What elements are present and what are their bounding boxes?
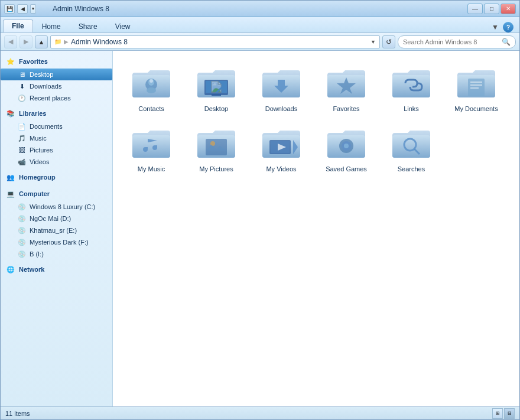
folder-label-my-videos: My Videos: [266, 165, 296, 172]
drive-e-label: Khatmau_sr (E:): [30, 227, 77, 234]
folder-item-downloads[interactable]: Downloads: [249, 57, 314, 117]
large-icons-view-button[interactable]: ⊟: [504, 408, 515, 419]
sidebar-header-network[interactable]: 🌐 Network: [1, 262, 112, 276]
folder-icon-searches: [388, 122, 435, 163]
address-path: Admin Windows 8: [71, 38, 128, 46]
sidebar-item-drive-i[interactable]: 💿 B (I:): [1, 248, 112, 260]
svg-point-21: [344, 144, 349, 148]
folder-item-favorites[interactable]: Favorites: [314, 57, 379, 117]
ribbon-tabs: File Home Share View ▼ ?: [1, 17, 519, 32]
folder-item-my-pictures[interactable]: My Pictures: [184, 117, 249, 177]
documents-icon: 📄: [17, 122, 27, 131]
folder-item-desktop[interactable]: Desktop: [184, 57, 249, 117]
desktop-icon: 🖥: [17, 70, 27, 79]
address-bar[interactable]: 📁 ▶ Admin Windows 8 ▼: [50, 35, 380, 48]
pictures-label: Pictures: [30, 146, 53, 154]
sidebar-header-computer[interactable]: 💻 Computer: [1, 187, 112, 201]
sidebar-item-music[interactable]: 🎵 Music: [1, 132, 112, 144]
folder-label-searches: Searches: [398, 165, 425, 172]
up-button[interactable]: ▲: [35, 35, 48, 48]
folder-item-my-documents[interactable]: My Documents: [444, 57, 509, 117]
details-view-button[interactable]: ⊞: [492, 408, 503, 419]
close-button[interactable]: ✕: [500, 4, 516, 14]
folder-label-downloads: Downloads: [265, 105, 297, 112]
sidebar-item-drive-f[interactable]: 💿 Mysterious Dark (F:): [1, 236, 112, 248]
folder-label-my-music: My Music: [138, 165, 165, 172]
sidebar-item-drive-d[interactable]: 💿 NgOc Mai (D:): [1, 213, 112, 224]
sidebar-section-favorites: ⭐ Favorites 🖥 Desktop ⬇ Downloads 🕐 Rece…: [1, 54, 112, 104]
svg-rect-7: [206, 81, 227, 93]
svg-rect-6: [212, 94, 221, 96]
back-button[interactable]: ◀: [4, 35, 17, 48]
sidebar-section-libraries: 📚 Libraries 📄 Documents 🎵 Music 🖼 Pictur…: [1, 106, 112, 168]
forward-button[interactable]: ▶: [20, 35, 32, 48]
sidebar-header-libraries[interactable]: 📚 Libraries: [1, 106, 112, 121]
maximize-button[interactable]: □: [484, 4, 499, 14]
drive-c-icon: 💿: [17, 202, 27, 211]
minimize-button[interactable]: —: [467, 4, 483, 14]
drive-d-label: NgOc Mai (D:): [30, 215, 71, 222]
folder-label-my-pictures: My Pictures: [199, 165, 233, 172]
quick-dropdown-btn[interactable]: ▼: [30, 4, 36, 14]
address-folder-icon: 📁: [54, 38, 61, 45]
refresh-button[interactable]: ↺: [382, 35, 395, 48]
folder-item-my-videos[interactable]: My Videos: [249, 117, 314, 177]
folder-icon-my-documents: [453, 61, 500, 103]
folder-label-contacts: Contacts: [138, 105, 164, 112]
address-dropdown-icon[interactable]: ▼: [370, 39, 376, 45]
tab-file[interactable]: File: [3, 19, 33, 32]
folder-item-links[interactable]: Links: [379, 57, 444, 117]
window-title: Admin Windows 8: [53, 5, 109, 13]
quick-back-btn[interactable]: ◀: [17, 4, 28, 14]
sidebar-header-favorites[interactable]: ⭐ Favorites: [1, 54, 112, 69]
tab-share[interactable]: Share: [70, 19, 106, 32]
desktop-label: Desktop: [30, 71, 53, 78]
sidebar-header-homegroup[interactable]: 👥 Homegroup: [1, 170, 112, 184]
videos-icon: 📹: [17, 157, 27, 167]
tab-home[interactable]: Home: [33, 19, 70, 32]
folder-label-my-documents: My Documents: [454, 105, 498, 112]
folder-item-searches[interactable]: Searches: [379, 117, 444, 177]
search-bar[interactable]: 🔍: [398, 35, 516, 48]
recent-places-label: Recent places: [30, 95, 71, 102]
svg-rect-9: [468, 79, 485, 96]
folder-icon-my-pictures: [193, 122, 240, 163]
sidebar-item-drive-e[interactable]: 💿 Khatmau_sr (E:): [1, 224, 112, 236]
folder-item-saved-games[interactable]: Saved Games: [314, 117, 379, 177]
folder-label-desktop: Desktop: [204, 105, 228, 112]
sidebar-item-drive-c[interactable]: 💿 Windows 8 Luxury (C:): [1, 201, 112, 213]
title-bar-controls: — □ ✕: [467, 4, 516, 14]
items-count: 11 items: [5, 410, 30, 417]
folder-icon-favorites: [323, 61, 370, 103]
drive-e-icon: 💿: [17, 226, 27, 235]
search-input[interactable]: [403, 38, 499, 45]
libraries-label: Libraries: [19, 110, 46, 117]
ribbon-help-button[interactable]: ?: [503, 22, 514, 32]
homegroup-header-icon: 👥: [5, 172, 16, 183]
documents-label: Documents: [30, 123, 63, 130]
sidebar-item-downloads[interactable]: ⬇ Downloads: [1, 80, 112, 92]
sidebar-item-desktop[interactable]: 🖥 Desktop: [1, 69, 112, 80]
sidebar-item-videos[interactable]: 📹 Videos: [1, 156, 112, 168]
folder-icon-desktop: [193, 61, 240, 103]
drive-f-label: Mysterious Dark (F:): [30, 239, 89, 246]
tab-view[interactable]: View: [106, 19, 139, 32]
search-icon: 🔍: [502, 38, 511, 46]
folder-icon-downloads: [258, 61, 305, 103]
sidebar-section-computer: 💻 Computer 💿 Windows 8 Luxury (C:) 💿 NgO…: [1, 187, 112, 260]
favorites-header-icon: ⭐: [5, 56, 16, 67]
quick-save-btn[interactable]: 💾: [4, 4, 15, 14]
folder-item-my-music[interactable]: My Music: [119, 117, 184, 177]
ribbon: File Home Share View ▼ ?: [1, 17, 519, 33]
ribbon-chevron-icon[interactable]: ▼: [490, 22, 500, 32]
ribbon-right-controls: ▼ ?: [490, 22, 517, 32]
sidebar-section-homegroup: 👥 Homegroup: [1, 170, 112, 184]
sidebar-item-pictures[interactable]: 🖼 Pictures: [1, 144, 112, 156]
folder-item-contacts[interactable]: Contacts: [119, 57, 184, 117]
homegroup-label: Homegroup: [19, 174, 56, 181]
folder-label-links: Links: [404, 105, 419, 112]
folder-icon-my-music: [128, 122, 175, 163]
sidebar-item-documents[interactable]: 📄 Documents: [1, 121, 112, 132]
sidebar-item-recent-places[interactable]: 🕐 Recent places: [1, 92, 112, 104]
title-bar-left: 💾 ◀ ▼ Admin Windows 8: [4, 4, 109, 14]
